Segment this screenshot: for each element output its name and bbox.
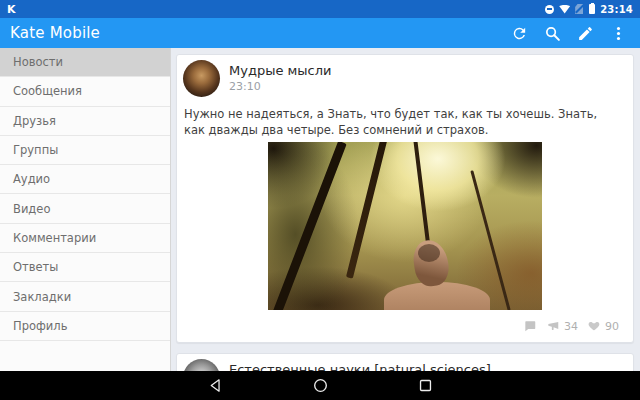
- sidebar-item-groups[interactable]: Группы: [0, 136, 170, 165]
- app-title: Kate Mobile: [10, 24, 100, 42]
- notification-icon: K: [7, 3, 16, 16]
- overflow-menu-button[interactable]: [610, 25, 627, 42]
- screen: K 23:14 Kate Mobile: [0, 0, 640, 400]
- avatar[interactable]: [183, 60, 220, 97]
- sidebar-item-profile[interactable]: Профиль: [0, 312, 170, 341]
- home-button[interactable]: [312, 377, 329, 394]
- sidebar-item-friends[interactable]: Друзья: [0, 107, 170, 136]
- recents-button[interactable]: [417, 377, 434, 394]
- like-icon[interactable]: [587, 319, 601, 333]
- post-card[interactable]: Мудрые мысли 23:10 Нужно не надеяться, а…: [176, 54, 634, 343]
- repost-icon[interactable]: [546, 319, 560, 333]
- navigation-bar: [0, 371, 640, 400]
- status-icons: 23:14: [545, 4, 633, 15]
- sidebar-item-bookmarks[interactable]: Закладки: [0, 282, 170, 311]
- sidebar-item-label: Ответы: [13, 260, 58, 274]
- sidebar-item-news[interactable]: Новости: [0, 48, 170, 77]
- post-timestamp: 23:10: [229, 80, 332, 93]
- post-card[interactable]: Естественные науки [natural sciences]: [176, 353, 634, 371]
- post-author[interactable]: Мудрые мысли: [229, 63, 332, 79]
- sidebar-item-label: Аудио: [13, 172, 50, 186]
- sidebar-item-label: Комментарии: [13, 231, 96, 245]
- compose-button[interactable]: [577, 25, 594, 42]
- sidebar-item-replies[interactable]: Ответы: [0, 253, 170, 282]
- sidebar-item-label: Закладки: [13, 290, 71, 304]
- sidebar-item-audio[interactable]: Аудио: [0, 165, 170, 194]
- main-area: Новости Сообщения Друзья Группы Аудио Ви…: [0, 48, 640, 371]
- person-face-shadow: [418, 244, 440, 262]
- post-text: Нужно не надеяться, а Знать, что будет т…: [177, 97, 633, 138]
- news-feed: Мудрые мысли 23:10 Нужно не надеяться, а…: [171, 48, 640, 371]
- refresh-button[interactable]: [511, 25, 528, 42]
- post-photo-wrap: [177, 142, 633, 310]
- sidebar-item-label: Новости: [13, 55, 63, 69]
- sidebar-item-label: Сообщения: [13, 84, 82, 98]
- sidebar-item-label: Профиль: [13, 319, 67, 333]
- status-bar: K 23:14: [0, 0, 640, 18]
- person-shoulders: [384, 282, 490, 310]
- card-gap: [176, 343, 634, 353]
- search-button[interactable]: [544, 25, 561, 42]
- no-signal-icon: [575, 4, 583, 14]
- comment-icon[interactable]: [523, 319, 537, 333]
- tree-trunk: [270, 142, 346, 310]
- app-bar: Kate Mobile: [0, 18, 640, 48]
- wifi-icon: [559, 5, 570, 14]
- sidebar-item-label: Видео: [13, 202, 50, 216]
- clock: 23:14: [600, 4, 633, 15]
- sidebar-item-label: Друзья: [13, 114, 56, 128]
- post-header: Мудрые мысли 23:10: [177, 55, 633, 97]
- repost-count: 34: [564, 320, 578, 333]
- sidebar-item-label: Группы: [13, 143, 58, 157]
- post-header: Естественные науки [natural sciences]: [177, 354, 633, 371]
- post-author[interactable]: Естественные науки [natural sciences]: [229, 362, 491, 371]
- post-header-text: Мудрые мысли 23:10: [229, 60, 332, 97]
- do-not-disturb-icon: [545, 5, 554, 14]
- like-count: 90: [605, 320, 619, 333]
- sidebar-item-video[interactable]: Видео: [0, 194, 170, 223]
- sidebar-item-messages[interactable]: Сообщения: [0, 77, 170, 106]
- post-photo[interactable]: [268, 142, 542, 310]
- back-button[interactable]: [207, 377, 224, 394]
- avatar[interactable]: [183, 359, 220, 371]
- tree-trunk: [346, 142, 389, 279]
- post-actions: 34 90: [177, 310, 633, 342]
- sidebar-item-comments[interactable]: Комментарии: [0, 224, 170, 253]
- app-bar-actions: [511, 25, 630, 42]
- battery-icon: [589, 4, 595, 14]
- sidebar: Новости Сообщения Друзья Группы Аудио Ви…: [0, 48, 171, 371]
- post-header-text: Естественные науки [natural sciences]: [229, 359, 491, 371]
